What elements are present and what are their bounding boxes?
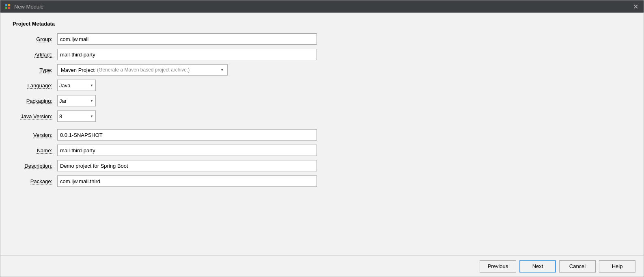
- java-version-select[interactable]: 8 11 17: [57, 110, 96, 122]
- description-input[interactable]: [57, 160, 317, 171]
- group-input[interactable]: [57, 33, 317, 45]
- group-label: Group:: [13, 36, 57, 42]
- java-version-select-wrapper: 8 11 17: [57, 110, 96, 122]
- language-select-wrapper: Java Kotlin Groovy: [57, 80, 96, 91]
- packaging-select-wrapper: Jar War: [57, 95, 96, 106]
- package-label: Package:: [13, 178, 57, 184]
- section-title: Project Metadata: [13, 21, 631, 27]
- version-row: Version:: [13, 129, 631, 141]
- type-select-wrapper: Maven Project (Generate a Maven based pr…: [57, 64, 228, 76]
- artifact-input[interactable]: [57, 49, 317, 60]
- type-label: Type:: [13, 67, 57, 73]
- type-dropdown-arrow: ▼: [220, 68, 224, 72]
- svg-rect-3: [8, 7, 10, 9]
- name-input[interactable]: [57, 145, 317, 156]
- artifact-label: Artifact:: [13, 52, 57, 58]
- version-input[interactable]: [57, 129, 317, 141]
- language-label: Language:: [13, 82, 57, 89]
- next-button[interactable]: Next: [519, 260, 556, 273]
- spacer: [13, 126, 631, 129]
- description-label: Description:: [13, 163, 57, 169]
- java-version-row: Java Version: 8 11 17: [13, 110, 631, 122]
- type-row: Type: Maven Project (Generate a Maven ba…: [13, 64, 631, 76]
- help-button[interactable]: Help: [599, 260, 635, 273]
- packaging-row: Packaging: Jar War: [13, 95, 631, 106]
- package-row: Package:: [13, 175, 631, 187]
- previous-button[interactable]: Previous: [480, 260, 516, 273]
- group-row: Group:: [13, 33, 631, 45]
- svg-rect-2: [5, 7, 7, 9]
- svg-rect-1: [8, 4, 10, 6]
- packaging-select[interactable]: Jar War: [57, 95, 96, 106]
- name-row: Name:: [13, 145, 631, 156]
- packaging-label: Packaging:: [13, 98, 57, 104]
- language-row: Language: Java Kotlin Groovy: [13, 80, 631, 91]
- type-select[interactable]: Maven Project (Generate a Maven based pr…: [57, 64, 228, 76]
- dialog-title: New Module: [14, 4, 628, 10]
- version-label: Version:: [13, 132, 57, 138]
- name-label: Name:: [13, 147, 57, 154]
- dialog-content: Project Metadata Group: Artifact: Type: …: [0, 13, 644, 255]
- type-value: Maven Project: [61, 67, 95, 73]
- title-bar: New Module ✕: [0, 0, 644, 13]
- type-description: (Generate a Maven based project archive.…: [97, 67, 190, 73]
- new-module-dialog: New Module ✕ Project Metadata Group: Art…: [0, 0, 644, 277]
- svg-rect-0: [5, 4, 7, 6]
- dialog-footer: Previous Next Cancel Help: [0, 255, 644, 277]
- package-input[interactable]: [57, 175, 317, 187]
- language-select[interactable]: Java Kotlin Groovy: [57, 80, 96, 91]
- java-version-label: Java Version:: [13, 113, 57, 119]
- description-row: Description:: [13, 160, 631, 171]
- dialog-icon: [4, 3, 11, 10]
- cancel-button[interactable]: Cancel: [559, 260, 596, 273]
- artifact-row: Artifact:: [13, 49, 631, 60]
- close-button[interactable]: ✕: [631, 2, 640, 11]
